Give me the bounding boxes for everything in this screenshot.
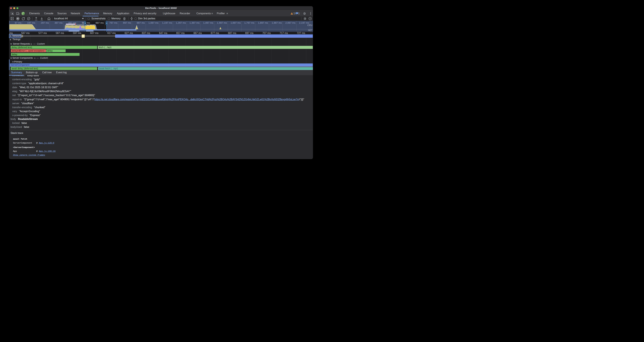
svg-text:?: ? bbox=[310, 18, 310, 20]
